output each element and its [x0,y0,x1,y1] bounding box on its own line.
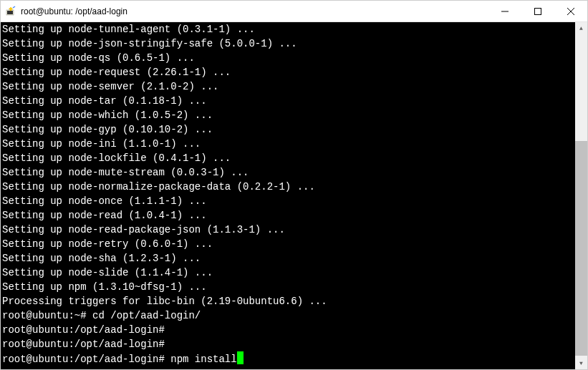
scrollbar[interactable]: ▲ ▼ [575,22,587,369]
terminal-line: Setting up node-ini (1.1.0-1) ... [2,137,587,151]
window-title: root@ubuntu: /opt/aad-login [21,6,488,16]
terminal-line: Setting up node-tar (0.1.18-1) ... [2,94,587,108]
terminal-window: root@ubuntu: /opt/aad-login Setting up n… [0,0,588,370]
window-controls [488,1,587,21]
terminal-line: Setting up npm (1.3.10~dfsg-1) ... [2,280,587,294]
terminal-line: Setting up node-gyp (0.10.10-2) ... [2,122,587,137]
terminal-line: root@ubuntu:/opt/aad-login# npm install [2,351,587,366]
terminal-line: Setting up node-which (1.0.5-2) ... [2,108,587,122]
titlebar[interactable]: root@ubuntu: /opt/aad-login [1,1,587,22]
terminal-line: Setting up node-once (1.1.1-1) ... [2,194,587,208]
svg-rect-4 [535,8,541,14]
terminal-line: Setting up node-normalize-package-data (… [2,180,587,194]
maximize-button[interactable] [521,1,554,21]
terminal-line: root@ubuntu:/opt/aad-login# [2,323,587,337]
scrollbar-thumb[interactable] [575,141,587,356]
terminal-line: Setting up node-mute-stream (0.0.3-1) ..… [2,165,587,180]
scrollbar-up-arrow[interactable]: ▲ [575,22,587,34]
terminal-line: Setting up node-lockfile (0.4.1-1) ... [2,151,587,165]
terminal-line: Setting up node-tunnel-agent (0.3.1-1) .… [2,22,587,36]
terminal-line: Setting up node-read (1.0.4-1) ... [2,208,587,223]
close-button[interactable] [554,1,587,21]
svg-line-2 [13,6,15,8]
terminal-content: Setting up node-tunnel-agent (0.3.1-1) .… [1,22,587,366]
terminal-area[interactable]: Setting up node-tunnel-agent (0.3.1-1) .… [1,22,587,369]
terminal-line: Setting up node-request (2.26.1-1) ... [2,65,587,79]
terminal-line: Setting up node-semver (2.1.0-2) ... [2,79,587,94]
putty-icon [5,6,16,17]
svg-rect-1 [7,11,13,14]
terminal-line: root@ubuntu:/opt/aad-login# [2,337,587,351]
terminal-line: Processing triggers for libc-bin (2.19-0… [2,294,587,308]
terminal-line: Setting up node-slide (1.1.4-1) ... [2,266,587,280]
terminal-line: Setting up node-qs (0.6.5-1) ... [2,51,587,65]
terminal-cursor [237,351,244,364]
scrollbar-down-arrow[interactable]: ▼ [575,357,587,369]
terminal-line: root@ubuntu:~# cd /opt/aad-login/ [2,308,587,323]
terminal-line: Setting up node-sha (1.2.3-1) ... [2,251,587,266]
terminal-line: Setting up node-retry (0.6.0-1) ... [2,237,587,251]
terminal-line: Setting up node-json-stringify-safe (5.0… [2,36,587,51]
terminal-line: Setting up node-read-package-json (1.1.3… [2,223,587,237]
minimize-button[interactable] [488,1,521,21]
